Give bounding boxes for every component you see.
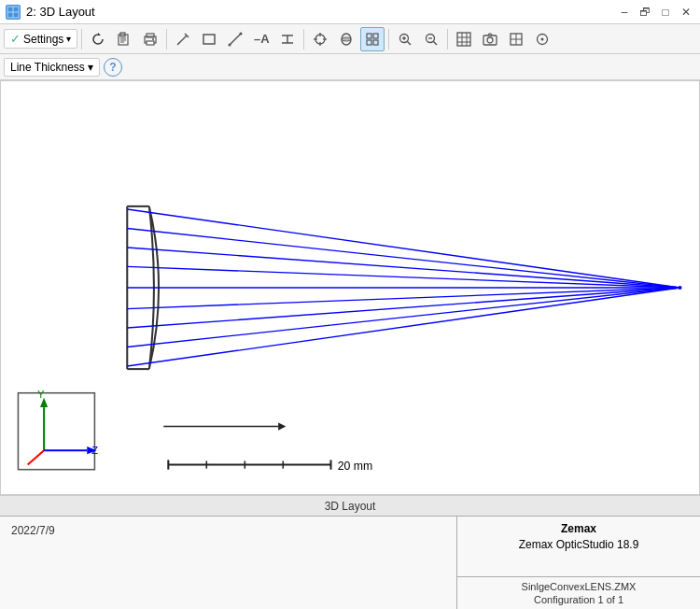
lens-button[interactable] xyxy=(334,27,358,51)
status-footer: 2022/7/9 Zemax Zemax OpticStudio 18.9 Si… xyxy=(0,516,700,609)
svg-line-57 xyxy=(127,228,679,288)
grid-button[interactable] xyxy=(360,27,385,51)
settings-label: Settings xyxy=(23,33,63,46)
line-thickness-arrow-icon: ▾ xyxy=(88,61,93,74)
svg-line-59 xyxy=(127,266,679,288)
svg-line-63 xyxy=(127,288,679,347)
diagram-label-bar: 3D Layout xyxy=(0,495,700,516)
svg-line-14 xyxy=(177,43,179,45)
text-button[interactable]: –A xyxy=(249,27,273,51)
svg-line-16 xyxy=(230,34,241,45)
svg-text:20 mm: 20 mm xyxy=(338,460,373,473)
target-button[interactable] xyxy=(308,27,332,51)
svg-line-64 xyxy=(127,288,679,366)
svg-point-47 xyxy=(487,37,493,43)
line-thickness-label: Line Thickness xyxy=(10,61,85,74)
help-button[interactable]: ? xyxy=(104,58,122,77)
svg-line-61 xyxy=(127,288,679,309)
rectangle-button[interactable] xyxy=(197,27,221,51)
settings-check-icon: ✓ xyxy=(10,32,21,46)
svg-line-62 xyxy=(127,288,679,328)
print-button[interactable] xyxy=(138,27,162,51)
line-thickness-dropdown[interactable]: Line Thickness ▾ xyxy=(4,58,100,77)
svg-rect-68 xyxy=(18,393,94,470)
svg-marker-67 xyxy=(278,422,286,430)
main-toolbar: ✓ Settings ▾ xyxy=(0,24,700,54)
hbar-button[interactable] xyxy=(275,27,300,51)
svg-line-56 xyxy=(127,209,679,288)
svg-point-18 xyxy=(240,32,243,35)
software-name: Zemax OpticStudio 18.9 xyxy=(467,538,691,551)
svg-line-12 xyxy=(178,35,187,44)
svg-rect-9 xyxy=(147,34,154,37)
restore-button[interactable]: 🗗 xyxy=(637,4,653,21)
filename-text: SinlgeConvexLENS.ZMX xyxy=(467,581,691,592)
company-name: Zemax xyxy=(467,522,691,535)
svg-point-11 xyxy=(152,38,154,40)
title-bar: 2: 3D Layout – 🗗 □ ✕ xyxy=(0,0,700,24)
line-thickness-toolbar: Line Thickness ▾ ? xyxy=(0,54,700,80)
status-software-info: Zemax Zemax OpticStudio 18.9 xyxy=(457,517,700,577)
svg-rect-10 xyxy=(147,41,154,45)
toolbar-separator-4 xyxy=(388,29,389,50)
zoom-out-button[interactable] xyxy=(419,27,443,51)
svg-rect-15 xyxy=(203,35,215,44)
svg-line-35 xyxy=(408,41,412,45)
app-icon xyxy=(6,5,21,20)
config-text: Configuration 1 of 1 xyxy=(467,594,691,605)
title-bar-left: 2: 3D Layout xyxy=(6,5,95,20)
grid2-button[interactable] xyxy=(504,27,528,51)
open-button[interactable] xyxy=(112,27,136,51)
svg-point-65 xyxy=(678,286,681,290)
svg-point-17 xyxy=(229,43,231,46)
toolbar-separator-1 xyxy=(81,29,82,50)
svg-rect-41 xyxy=(457,33,470,46)
svg-line-58 xyxy=(127,248,679,288)
diagram-label: 3D Layout xyxy=(325,500,376,513)
camera-button[interactable] xyxy=(478,27,502,51)
date-text: 2022/7/9 xyxy=(11,524,55,537)
close-button[interactable]: ✕ xyxy=(678,4,694,21)
svg-text:Z: Z xyxy=(91,445,98,456)
svg-line-39 xyxy=(434,41,438,45)
status-date: 2022/7/9 xyxy=(0,517,457,609)
optical-diagram: Y Z 20 mm xyxy=(1,81,699,494)
status-info: Zemax Zemax OpticStudio 18.9 SinlgeConve… xyxy=(457,517,700,609)
pencil-button[interactable] xyxy=(171,27,195,51)
toolbar-separator-3 xyxy=(303,29,304,50)
refresh-button[interactable] xyxy=(86,27,110,51)
svg-text:Y: Y xyxy=(37,389,45,400)
minimize-button[interactable]: – xyxy=(616,4,633,21)
zoom-in-button[interactable] xyxy=(393,27,417,51)
svg-rect-30 xyxy=(367,34,371,38)
svg-rect-32 xyxy=(367,40,371,45)
main-content: Y Z 20 mm 3D Layout 2022/7/9 xyxy=(0,80,700,609)
svg-rect-33 xyxy=(373,40,378,45)
layers-button[interactable] xyxy=(452,27,476,51)
line-button[interactable] xyxy=(223,27,247,51)
rotate-button[interactable] xyxy=(530,27,554,51)
maximize-button[interactable]: □ xyxy=(657,4,674,21)
toolbar-separator-2 xyxy=(166,29,167,50)
toolbar-separator-5 xyxy=(447,29,448,50)
canvas-area[interactable]: Y Z 20 mm xyxy=(0,80,700,495)
title-bar-controls[interactable]: – 🗗 □ ✕ xyxy=(616,4,694,21)
status-file-info: SinlgeConvexLENS.ZMX Configuration 1 of … xyxy=(457,577,700,609)
svg-rect-31 xyxy=(373,34,378,38)
help-label: ? xyxy=(109,61,116,74)
svg-point-52 xyxy=(541,37,544,40)
settings-button[interactable]: ✓ Settings ▾ xyxy=(4,29,77,49)
settings-arrow-icon: ▾ xyxy=(66,34,71,44)
window-title: 2: 3D Layout xyxy=(26,5,95,19)
